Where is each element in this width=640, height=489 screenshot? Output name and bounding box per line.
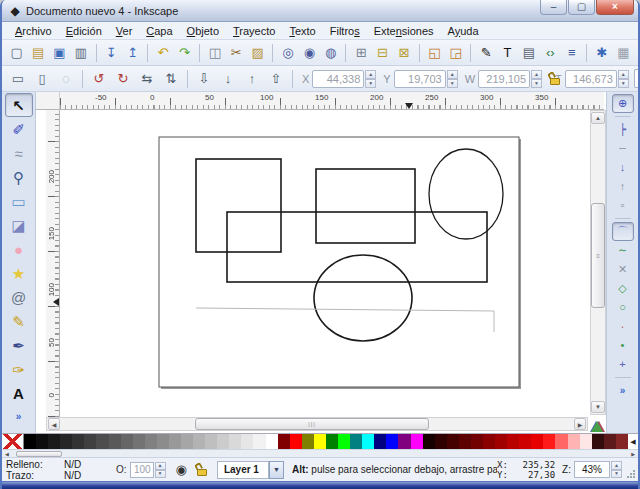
swatch-5c0000[interactable]: [459, 434, 471, 449]
snap-bbox-edge-midpoints-button[interactable]: ↑: [612, 177, 634, 196]
zoom-drawing-button[interactable]: ◉: [300, 42, 319, 64]
new-document-button[interactable]: ▢: [7, 42, 26, 64]
vertical-scrollbar[interactable]: ▲ ≡ ▼: [590, 110, 606, 415]
rotate-cw-button[interactable]: ↻: [112, 68, 134, 90]
layer-visibility-icon[interactable]: ◉: [176, 462, 187, 477]
swatch-730000[interactable]: [471, 434, 483, 449]
swatch-000000[interactable]: [24, 434, 36, 449]
snap-paths-button[interactable]: ∼: [612, 241, 634, 260]
y-value[interactable]: 19,703: [394, 70, 446, 88]
layers-dialog-button[interactable]: ▤: [519, 42, 538, 64]
select-all-button[interactable]: ▭: [7, 68, 29, 90]
swatch-00ffff[interactable]: [362, 434, 374, 449]
layer-selector[interactable]: Layer 1 ▼: [217, 461, 284, 479]
swatch-000080[interactable]: [374, 434, 386, 449]
page[interactable]: [159, 137, 519, 387]
scroll-left-icon[interactable]: ◀: [48, 418, 60, 430]
raise-button[interactable]: ↑: [241, 68, 263, 90]
height-spinfield[interactable]: T 146,673 ▲▼: [552, 70, 629, 88]
swatch-8a0000[interactable]: [483, 434, 495, 449]
snap-midpoints-button[interactable]: ∙: [612, 317, 634, 336]
swatch-bfbfbf[interactable]: [205, 434, 217, 449]
swatch-ffffff[interactable]: [266, 434, 278, 449]
lower-to-bottom-button[interactable]: ⇩: [193, 68, 215, 90]
current-layer[interactable]: Layer 1: [217, 461, 269, 479]
swatch-4d4d4d[interactable]: [96, 434, 108, 449]
swatch-none[interactable]: [2, 434, 24, 449]
swatch-808080[interactable]: [145, 434, 157, 449]
horizontal-ruler[interactable]: -50050100150200250300350: [60, 92, 604, 110]
menu-ver[interactable]: Ver: [109, 23, 140, 39]
palette-scrollbar[interactable]: ◀ ▶: [2, 449, 638, 457]
ellipse-tool[interactable]: ●: [5, 237, 33, 261]
y-spinner[interactable]: ▲▼: [447, 70, 458, 88]
swatch-8c8c8c[interactable]: [157, 434, 169, 449]
swatch-800000[interactable]: [278, 434, 290, 449]
rotate-ccw-button[interactable]: ↺: [88, 68, 110, 90]
swatch-e6e6e6[interactable]: [241, 434, 253, 449]
horizontal-scroll-thumb[interactable]: |||: [195, 418, 429, 430]
menu-edición[interactable]: Edición: [59, 23, 109, 39]
undo-button[interactable]: ↶: [153, 42, 172, 64]
rectangle-tool[interactable]: ▭: [5, 189, 33, 213]
scroll-up-icon[interactable]: ▲: [591, 112, 605, 124]
lower-button[interactable]: ↓: [217, 68, 239, 90]
resize-grip[interactable]: [626, 469, 636, 479]
zoom-tool[interactable]: ⚲: [5, 165, 33, 189]
select-all-layers-button[interactable]: ▯: [31, 68, 53, 90]
selector-tool[interactable]: ↖: [5, 93, 33, 117]
width-spinner[interactable]: ▲▼: [531, 70, 542, 88]
menu-capa[interactable]: Capa: [139, 23, 179, 39]
height-value[interactable]: 146,673: [565, 70, 617, 88]
swatch-666666[interactable]: [121, 434, 133, 449]
box3d-tool[interactable]: ◪: [5, 213, 33, 237]
scroll-down-icon[interactable]: ▼: [591, 401, 605, 413]
fill-value[interactable]: N/D: [64, 459, 104, 470]
preferences-button[interactable]: ✱: [592, 42, 611, 64]
scroll-right-icon[interactable]: ▶: [574, 418, 586, 430]
calligraphy-tool[interactable]: ✑: [5, 357, 33, 381]
swatch-008080[interactable]: [350, 434, 362, 449]
unlink-clone-button[interactable]: ⊠: [394, 42, 413, 64]
paste-button[interactable]: ▨: [248, 42, 267, 64]
menu-extensiones[interactable]: Extensiones: [367, 23, 441, 39]
node-tool[interactable]: ✐: [5, 117, 33, 141]
height-spinner[interactable]: ▲▼: [618, 70, 629, 88]
group-button[interactable]: ◱: [425, 42, 444, 64]
swatch-737373[interactable]: [133, 434, 145, 449]
color-management-toggle[interactable]: [588, 417, 606, 432]
snap-cusp-nodes-button[interactable]: ◇: [612, 279, 634, 298]
spiral-tool[interactable]: @: [5, 285, 33, 309]
snap-bbox-corners-button[interactable]: ↓: [612, 158, 634, 177]
snap-rotation-centers-button[interactable]: +: [612, 355, 634, 374]
swatch-ff0000[interactable]: [290, 434, 302, 449]
cut-button[interactable]: ✂: [227, 42, 246, 64]
swatch-ff1a1a[interactable]: [543, 434, 555, 449]
pencil-tool[interactable]: ✎: [5, 309, 33, 333]
snap-nodes-button[interactable]: ⌒: [612, 222, 634, 241]
pen-tool[interactable]: ✒: [5, 333, 33, 357]
swatch-170000[interactable]: [423, 434, 435, 449]
restore-button[interactable]: ▢: [568, 0, 595, 15]
swatch-b3b3b3[interactable]: [193, 434, 205, 449]
layer-lock-icon[interactable]: [194, 462, 210, 478]
swatch-ff00ff[interactable]: [411, 434, 423, 449]
open-document-button[interactable]: ▤: [28, 42, 47, 64]
menu-texto[interactable]: Texto: [282, 23, 322, 39]
menu-archivo[interactable]: Archivo: [8, 23, 59, 39]
swatch-b80000[interactable]: [507, 434, 519, 449]
y-spinfield[interactable]: Y 19,703 ▲▼: [380, 70, 457, 88]
zoom-control[interactable]: Z: 43% ▲▼: [559, 461, 622, 478]
swatch-cf0000[interactable]: [519, 434, 531, 449]
swatch-333333[interactable]: [72, 434, 84, 449]
export-button[interactable]: ↥: [123, 42, 142, 64]
vertical-ruler[interactable]: 200150100500: [46, 110, 60, 417]
swatch-f2f2f2[interactable]: [253, 434, 265, 449]
import-button[interactable]: ↧: [102, 42, 121, 64]
title-bar[interactable]: ◆ Documento nuevo 4 - Inkscape –▢×: [2, 0, 638, 22]
redo-button[interactable]: ↷: [175, 42, 194, 64]
duplicate-button[interactable]: ⊞: [351, 42, 370, 64]
align-dialog-button[interactable]: ≡: [562, 42, 581, 64]
swatch-808000[interactable]: [302, 434, 314, 449]
x-value[interactable]: 44,338: [312, 70, 364, 88]
